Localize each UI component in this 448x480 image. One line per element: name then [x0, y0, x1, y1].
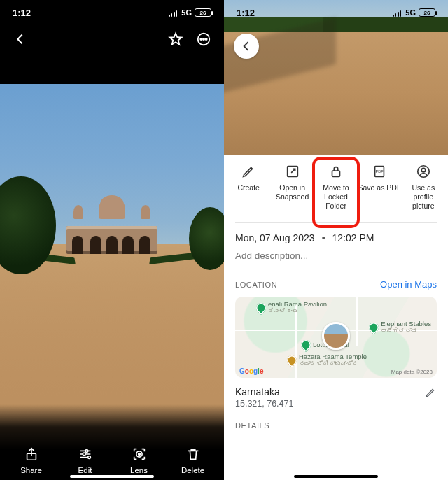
map-poi: Hazara Raama Temple	[299, 353, 367, 360]
svg-point-3	[203, 38, 204, 40]
open-snapseed-button[interactable]: Open in Snapseed	[270, 164, 314, 211]
lens-button[interactable]: Lens	[118, 446, 160, 474]
map-credit: Map data ©2023	[391, 369, 433, 375]
delete-label: Delete	[181, 466, 204, 474]
status-bar: 1:12 5G 26	[224, 0, 448, 25]
create-button[interactable]: Create	[227, 164, 270, 211]
viewer-top-bar	[0, 25, 224, 53]
edit-button[interactable]: Edit	[64, 446, 106, 474]
back-button[interactable]	[10, 29, 31, 50]
svg-point-10	[138, 453, 140, 456]
share-icon	[24, 446, 39, 462]
photo-date: Mon, 07 Aug 2023	[235, 232, 315, 243]
battery-icon: 26	[195, 8, 211, 17]
map-pin-icon	[285, 353, 299, 367]
map-pin-icon	[367, 320, 381, 334]
svg-point-16	[421, 168, 426, 172]
open-in-maps-link[interactable]: Open in Maps	[380, 279, 437, 290]
more-circle-icon	[196, 31, 211, 47]
delete-button[interactable]: Delete	[172, 446, 214, 474]
status-right: 5G 26	[169, 8, 211, 17]
svg-point-6	[85, 450, 88, 453]
signal-icon	[169, 9, 178, 17]
home-indicator[interactable]	[294, 475, 378, 478]
save-pdf-button[interactable]: PDF Save as PDF	[358, 164, 401, 211]
svg-rect-12	[332, 171, 340, 176]
details-action-row: Create Open in Snapseed Move to Locked F…	[224, 155, 448, 215]
details-label: DETAILS	[224, 409, 448, 430]
profile-icon	[416, 164, 431, 179]
trash-icon	[186, 446, 201, 462]
photo-viewer-screen: 1:12 5G 26	[0, 0, 224, 480]
snapseed-label: Open in Snapseed	[270, 183, 314, 202]
use-profile-button[interactable]: Use as profile picture	[402, 164, 445, 211]
location-name: Karnataka	[235, 386, 293, 397]
status-bar: 1:12 5G 26	[0, 0, 224, 25]
sliders-icon	[78, 446, 93, 462]
map-pin-icon	[299, 338, 313, 352]
pdf-icon: PDF	[372, 164, 387, 179]
photo-content[interactable]	[0, 84, 224, 392]
photo-metadata: Mon, 07 Aug 2023 • 12:02 PM	[224, 223, 448, 267]
map-pin-icon	[254, 301, 268, 315]
lens-icon	[132, 446, 147, 462]
location-coords: 15.321, 76.471	[235, 399, 293, 409]
location-map[interactable]: enali Rama Pavilion ತೆನಾಲಿ ರಾಮ Elephant …	[235, 297, 437, 378]
status-time: 1:12	[237, 8, 255, 18]
photo-time: 12:02 PM	[332, 232, 374, 243]
move-locked-folder-button[interactable]: Move to Locked Folder	[314, 164, 358, 211]
favorite-button[interactable]	[165, 29, 186, 50]
svg-point-2	[200, 38, 202, 40]
photo-thumbnail-area[interactable]: 1:12 5G 26	[224, 0, 448, 155]
svg-point-7	[83, 453, 85, 456]
create-label: Create	[237, 183, 260, 192]
dot-separator: •	[322, 232, 326, 243]
location-row: Karnataka 15.321, 76.471	[224, 378, 448, 409]
edit-label: Edit	[78, 466, 92, 474]
description-input[interactable]	[235, 243, 437, 264]
location-label: LOCATION	[235, 281, 277, 289]
home-indicator[interactable]	[70, 475, 154, 478]
chevron-left-icon	[239, 39, 253, 53]
svg-text:PDF: PDF	[376, 169, 384, 174]
map-poi: enali Rama Pavilion	[268, 301, 327, 308]
edit-location-button[interactable]	[424, 386, 437, 399]
location-section: LOCATION Open in Maps enali Rama Pavilio…	[224, 267, 448, 378]
star-icon	[168, 31, 183, 47]
chevron-left-icon	[13, 31, 28, 47]
lens-label: Lens	[130, 466, 148, 474]
share-label: Share	[20, 466, 42, 474]
profile-label: Use as profile picture	[402, 183, 445, 211]
svg-point-4	[206, 38, 207, 40]
open-external-icon	[285, 164, 300, 179]
map-poi: Elephant Stables	[381, 320, 431, 327]
status-right: 5G 26	[393, 8, 435, 17]
more-button[interactable]	[193, 29, 214, 50]
battery-icon: 26	[419, 8, 435, 17]
map-photo-pin	[322, 322, 350, 350]
svg-point-8	[88, 456, 90, 459]
status-time: 1:12	[13, 8, 31, 18]
signal-icon	[393, 9, 402, 17]
photo-details-screen: 1:12 5G 26 Create Open in Snapseed Move …	[224, 0, 448, 480]
status-network: 5G	[181, 8, 192, 17]
share-button[interactable]: Share	[10, 446, 52, 474]
google-logo: Google	[239, 367, 263, 375]
pencil-icon	[241, 164, 256, 179]
back-button[interactable]	[234, 34, 259, 59]
pdf-label: Save as PDF	[358, 183, 401, 192]
locked-label: Move to Locked Folder	[314, 183, 358, 211]
svg-marker-0	[170, 34, 182, 45]
viewer-bottom-bar: Share Edit Lens Delete	[0, 404, 224, 480]
status-network: 5G	[405, 8, 416, 17]
lock-icon	[328, 164, 344, 179]
